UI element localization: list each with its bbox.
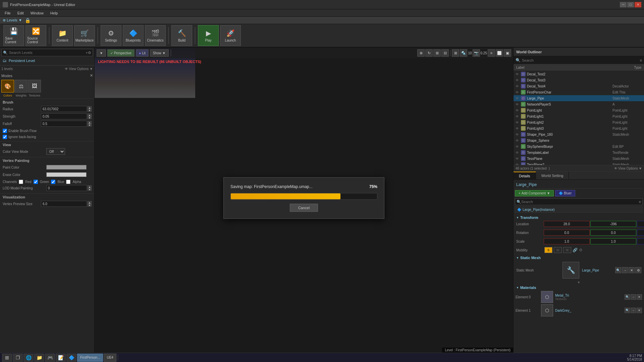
other-taskbar-app[interactable]: UE4: [104, 354, 116, 362]
mobility-static-btn[interactable]: S: [544, 247, 552, 253]
outliner-row[interactable]: 👁 ⊡ Decal_Test3: [514, 77, 644, 83]
grid-icon-btn[interactable]: ⊞: [452, 49, 459, 57]
materials-header[interactable]: ▼ Materials: [515, 285, 643, 290]
mat-0-search-btn[interactable]: 🔍: [625, 294, 630, 300]
falloff-input[interactable]: [41, 121, 87, 127]
outliner-row[interactable]: 👁 ⊡ SkySphereBluepr Edit BP: [514, 143, 644, 149]
levels-lock-icon[interactable]: 🔒: [25, 18, 31, 23]
outliner-row[interactable]: 👁 ⊡ TemplateLabel TextRende: [514, 149, 644, 156]
vertex-preview-input[interactable]: [41, 201, 87, 207]
scale-z-input[interactable]: [637, 238, 644, 244]
outliner-view-options-btn[interactable]: 👁 View Options ▼: [614, 167, 642, 170]
detail-search-input[interactable]: [521, 200, 638, 204]
search-levels-input[interactable]: [9, 51, 86, 55]
mesh-settings-btn[interactable]: ⚙: [635, 267, 641, 273]
outliner-row[interactable]: 👁 ⊡ NetworkPlayerS A: [514, 101, 644, 107]
menu-edit[interactable]: Edit: [14, 10, 27, 16]
detail-search-list-icon[interactable]: ≡: [639, 200, 641, 204]
add-component-button[interactable]: + Add Component ▼: [515, 190, 554, 196]
snap-icon-btn[interactable]: 🔩: [460, 49, 467, 57]
play-button[interactable]: ▶ Play: [198, 25, 219, 46]
menu-help[interactable]: Help: [47, 10, 61, 16]
mesh-navigate-btn[interactable]: →: [622, 267, 628, 273]
enable-brush-flow-checkbox[interactable]: [3, 129, 7, 133]
outliner-row[interactable]: 👁 ⊡ FirstPersonChar Edit This: [514, 89, 644, 95]
tab-details[interactable]: Details: [514, 172, 536, 179]
app2-btn[interactable]: 📝: [56, 354, 66, 362]
mode-colors-btn[interactable]: 🎨: [1, 80, 14, 93]
mesh-search-btn[interactable]: 🔍: [615, 267, 621, 273]
outliner-row[interactable]: 👁 ⊡ Shape_Pipe_180 StaticMesh: [514, 131, 644, 137]
strength-input[interactable]: [41, 113, 87, 119]
green-checkbox[interactable]: [34, 180, 38, 184]
file-explorer-btn[interactable]: 📁: [34, 354, 44, 362]
tab-world-setting[interactable]: World Setting: [536, 172, 569, 179]
transform-header[interactable]: ▼ Transform: [515, 215, 643, 220]
minimize-button[interactable]: ─: [620, 2, 627, 7]
mesh-clear-btn[interactable]: ✕: [629, 267, 635, 273]
close-button[interactable]: ✕: [635, 2, 641, 7]
outliner-row[interactable]: 👁 ⊡ TessPlane StaticMesh: [514, 156, 644, 162]
show-btn[interactable]: Show ▼: [150, 49, 169, 57]
launch-button[interactable]: 🚀 Launch: [220, 25, 241, 46]
mobility-movable-btn[interactable]: M: [563, 247, 571, 253]
task-view-btn[interactable]: ❐: [13, 354, 23, 362]
mat-0-navigate-btn[interactable]: →: [631, 294, 636, 300]
modes-close-icon[interactable]: ✕: [90, 73, 93, 78]
static-mesh-header[interactable]: ▼ Static Mesh: [515, 255, 643, 260]
edge-btn[interactable]: 🌐: [23, 354, 34, 362]
mode-weights-btn[interactable]: ⚖: [15, 80, 28, 93]
lod-down-arrow[interactable]: ▼: [88, 188, 92, 191]
blue-checkbox[interactable]: [51, 180, 55, 184]
lod-input[interactable]: [46, 185, 87, 191]
save-current-button[interactable]: 💾 Save Current: [3, 25, 24, 46]
lod-up-arrow[interactable]: ▲: [88, 185, 92, 188]
mobility-stationary-btn[interactable]: St: [554, 247, 562, 253]
location-z-input[interactable]: [637, 221, 644, 227]
mat-1-navigate-btn[interactable]: →: [631, 308, 636, 313]
ue4-taskbar-app[interactable]: FirstPerson...: [77, 354, 103, 362]
rotation-z-input[interactable]: [637, 230, 644, 236]
marketplace-button[interactable]: 🛒 Marketplace: [74, 25, 95, 46]
red-checkbox[interactable]: [19, 180, 23, 184]
vertex-preview-down[interactable]: ▼: [88, 204, 92, 206]
outliner-row[interactable]: 👁 ⊡ PointLight3 PointLight: [514, 125, 644, 131]
viewport-options-btn[interactable]: ▼: [97, 49, 106, 57]
mode-textures-btn[interactable]: 🖼: [28, 80, 41, 93]
levels-dropdown[interactable]: ⊕ Levels ▼: [3, 18, 22, 22]
outliner-row[interactable]: 👁 ⊡ PointLight2 PointLight: [514, 119, 644, 125]
start-btn[interactable]: ⊞: [2, 354, 12, 362]
mat-1-clear-btn[interactable]: ✕: [637, 308, 642, 313]
perspective-btn[interactable]: ✓ Perspective: [107, 49, 135, 57]
rotate-icon-btn[interactable]: ↻: [425, 49, 433, 57]
search-levels-settings-icon[interactable]: ⚙: [88, 51, 91, 55]
strength-down-arrow[interactable]: ▼: [88, 116, 92, 119]
view-type-icon-btn[interactable]: ⊟: [441, 49, 449, 57]
blueprints-detail-button[interactable]: 🔷 Bluer: [555, 190, 575, 196]
cancel-button[interactable]: Cancel: [290, 204, 318, 212]
settings-button[interactable]: ⚙ Settings: [101, 25, 121, 46]
maximize-icon-btn[interactable]: ▣: [504, 49, 511, 57]
mat-1-search-btn[interactable]: 🔍: [625, 308, 630, 313]
blueprints-button[interactable]: 🔷 Blueprints: [123, 25, 144, 46]
outliner-row[interactable]: 👁 ⊡ Decal_Test2: [514, 71, 644, 77]
source-control-button[interactable]: 🔀 Source Control: [25, 25, 46, 46]
outliner-row[interactable]: 👁 ⊡ Decal_Test4 DecalActor: [514, 83, 644, 89]
ui-icon-btn[interactable]: ⬜: [496, 49, 503, 57]
radius-up-arrow[interactable]: ▲: [88, 106, 92, 109]
falloff-up-arrow[interactable]: ▲: [88, 121, 92, 124]
vertex-preview-up[interactable]: ▲: [88, 201, 92, 204]
translate-icon-btn[interactable]: ⊕: [417, 49, 425, 57]
viewport[interactable]: ✕ ↑ X ▼ ✓ Perspective ●: [95, 48, 513, 353]
app1-btn[interactable]: 🎮: [45, 354, 55, 362]
cinematics-button[interactable]: 🎬 Cinematics: [145, 25, 166, 46]
alpha-checkbox[interactable]: [66, 180, 70, 184]
location-y-input[interactable]: [590, 221, 636, 227]
strength-up-arrow[interactable]: ▲: [88, 114, 92, 116]
outliner-row[interactable]: 👁 ⊡ Large_Pipe StaticMesh: [514, 95, 644, 101]
menu-window[interactable]: Window: [27, 10, 47, 16]
mesh-expand-btn[interactable]: ▼: [515, 280, 643, 285]
outliner-row[interactable]: 👁 ⊡ PointLight1 PointLight: [514, 113, 644, 119]
app3-btn[interactable]: 🔷: [66, 354, 76, 362]
scale-x-input[interactable]: [544, 238, 590, 244]
